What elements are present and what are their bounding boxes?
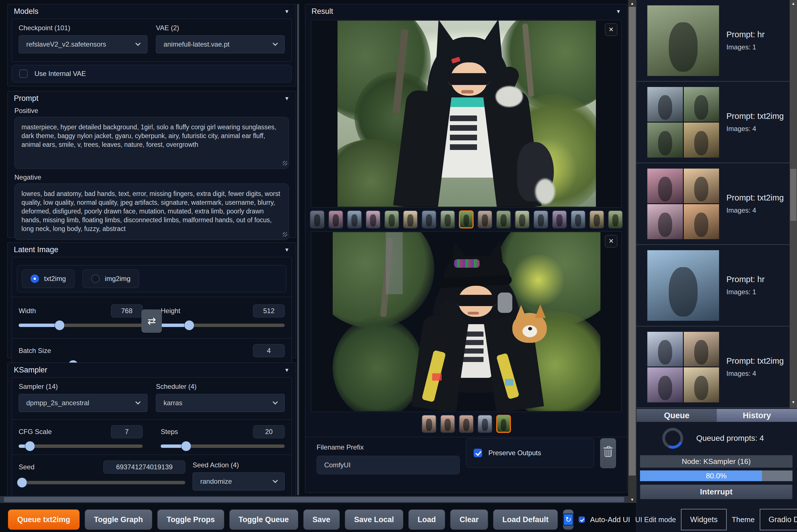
clear-outputs-button[interactable] [600,438,616,468]
radio-img2img[interactable]: img2img [82,269,139,288]
gallery-thumbnail[interactable] [440,415,455,433]
history-item[interactable]: Prompt: hr Images: 1 [637,245,797,326]
collapse-arrow-icon[interactable]: ▼ [284,8,289,15]
scrollbar-thumb[interactable] [790,169,796,221]
gallery-thumbnail[interactable] [422,210,436,228]
history-thumbnail[interactable] [647,332,719,402]
scrollbar-thumb[interactable] [4,497,624,502]
preserve-outputs-checkbox[interactable] [474,449,482,457]
resize-grip-icon[interactable] [283,232,287,236]
height-slider[interactable] [161,324,285,327]
result-image-1[interactable] [338,21,596,207]
cfg-input[interactable]: 7 [111,425,143,438]
interrupt-button[interactable]: Interrupt [640,484,793,499]
toolbar-button[interactable]: Queue txt2img [8,509,80,530]
gallery-thumbnail[interactable] [571,210,586,228]
collapse-arrow-icon[interactable]: ▼ [284,367,289,373]
slider-knob[interactable] [17,478,27,488]
seed-slider[interactable] [19,481,185,484]
history-thumbnail[interactable] [647,87,719,157]
scroll-down-icon[interactable]: ▼ [628,497,636,502]
gallery-thumbnail[interactable] [347,210,362,228]
history-thumbnail[interactable] [647,250,719,321]
width-value-input[interactable]: 768 [111,304,143,317]
prompt-accordion-header[interactable]: Prompt ▼ [7,91,296,106]
toolbar-button[interactable]: Load [409,509,445,530]
latent-accordion-header[interactable]: Latent Image ▼ [7,243,296,257]
tab-history[interactable]: History [717,409,797,422]
slider-knob[interactable] [185,321,194,330]
left-column-scrollbar[interactable] [297,4,299,495]
height-value-input[interactable]: 512 [253,304,285,317]
theme-select[interactable]: Gradio Dark [760,509,797,530]
toolbar-button[interactable]: Toggle Props [157,509,224,530]
history-item[interactable]: Prompt: txt2img Images: 4 [637,82,797,163]
resize-grip-icon[interactable] [283,161,287,166]
cfg-slider[interactable] [19,444,143,448]
vae-select[interactable]: animefull-latest.vae.pt [156,35,285,53]
gallery-thumbnail[interactable] [515,210,530,228]
use-internal-vae-checkbox[interactable] [19,70,28,78]
seed-action-select[interactable]: randomize [193,472,285,491]
collapse-arrow-icon[interactable]: ▼ [616,8,621,15]
collapse-arrow-icon[interactable]: ▼ [284,247,289,253]
toolbar-button[interactable]: Clear [450,509,488,530]
radio-txt2img[interactable]: txt2img [22,269,75,288]
use-internal-vae-row[interactable]: Use Internal VAE [12,65,292,82]
steps-input[interactable]: 20 [253,425,285,438]
gallery-thumbnail[interactable] [366,210,380,228]
gallery-thumbnail[interactable] [384,210,399,228]
gallery-thumbnail[interactable] [478,210,492,228]
slider-knob[interactable] [181,441,191,451]
widgets-select[interactable]: Widgets [681,509,727,530]
toolbar-button[interactable]: Save Local [345,509,403,530]
scroll-up-icon[interactable]: ▲ [628,1,636,6]
gallery-thumbnail[interactable] [533,210,548,228]
history-thumbnail[interactable] [647,169,719,239]
preserve-outputs-row[interactable]: Preserve Outputs [466,438,594,468]
gallery-thumbnail[interactable] [496,210,511,228]
main-horizontal-scrollbar[interactable] [0,496,628,503]
tab-queue[interactable]: Queue [637,409,717,422]
collapse-arrow-icon[interactable]: ▼ [284,95,289,102]
toolbar-button[interactable]: Save [303,509,340,530]
history-item[interactable]: Prompt: txt2img Images: 4 [637,326,797,408]
negative-prompt-textarea[interactable]: lowres, bad anatomy, bad hands, text, er… [14,184,289,240]
history-item[interactable]: Prompt: hr Images: 1 [637,0,797,82]
main-vertical-scrollbar[interactable]: ▲ ▼ [628,0,636,503]
seed-input[interactable]: 693741274019139 [103,460,185,474]
result-image-2[interactable] [333,232,601,411]
gallery-thumbnail[interactable] [422,415,436,433]
scroll-up-icon[interactable]: ▲ [790,1,797,6]
result-accordion-header[interactable]: Result ▼ [305,4,627,19]
toolbar-button[interactable]: Load Default [493,509,558,530]
gallery-thumbnail[interactable] [403,210,418,228]
width-slider[interactable] [19,324,143,327]
gallery-thumbnail[interactable] [478,415,492,433]
positive-prompt-textarea[interactable]: masterpiece, hyper detailed background, … [14,117,289,169]
gallery-thumbnail[interactable] [589,210,604,228]
gallery-thumbnail[interactable] [608,210,623,228]
gallery-thumbnail-selected[interactable] [459,210,474,228]
close-image-button[interactable]: ✕ [605,23,618,36]
scheduler-select[interactable]: karras [156,394,285,412]
ksampler-accordion-header[interactable]: KSampler ▼ [7,363,296,377]
slider-knob[interactable] [25,441,35,451]
scrollbar-thumb[interactable] [629,7,636,476]
gallery-thumbnail[interactable] [310,210,324,228]
slider-knob[interactable] [55,321,64,330]
checkpoint-select[interactable]: refslaveV2_v2.safetensors [19,35,148,53]
refresh-ui-button[interactable]: ↻ [563,509,574,530]
toolbar-button[interactable]: Toggle Graph [85,509,152,530]
history-thumbnail[interactable] [647,5,719,76]
auto-add-ui-checkbox[interactable] [579,516,585,523]
toolbar-button[interactable]: Toggle Queue [229,509,298,530]
gallery-thumbnail[interactable] [328,210,343,228]
steps-slider[interactable] [161,444,285,448]
sampler-select[interactable]: dpmpp_2s_ancestral [19,394,148,412]
close-image-button[interactable]: ✕ [605,235,618,247]
gallery-thumbnail[interactable] [459,415,474,433]
gallery-thumbnail-selected[interactable] [496,415,511,433]
history-item[interactable]: Prompt: txt2img Images: 4 [637,163,797,245]
sidebar-scrollbar[interactable]: ▲ ▼ [790,0,797,408]
